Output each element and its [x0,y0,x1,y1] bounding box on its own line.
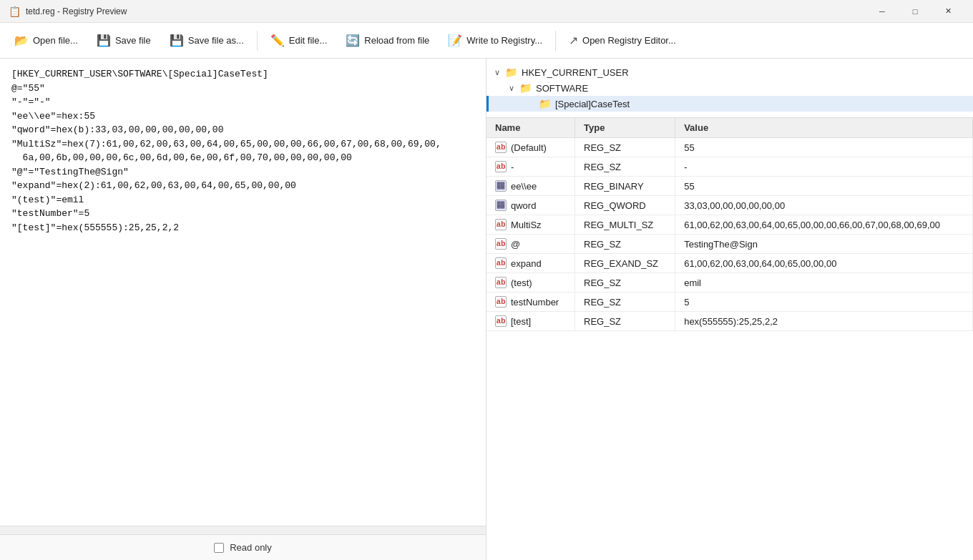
toolbar: 📂 Open file... 💾 Save file 💾 Save file a… [0,23,973,59]
table-row[interactable]: ab-REG_SZ- [486,157,973,177]
titlebar: 📋 tetd.reg - Registry Preview ─ □ ✕ [0,0,973,23]
table-row[interactable]: ab[test]REG_SZhex(555555):25,25,2,2 [486,312,973,331]
open-file-button[interactable]: 📂 Open file... [6,29,87,51]
table-cell-type: REG_MULTI_SZ [575,215,675,235]
chevron-icon-software: ∨ [507,84,517,93]
table-cell-name: abtestNumber [486,293,575,312]
table-cell-type: REG_SZ [575,293,675,312]
row-name: expand [511,258,542,269]
write-registry-icon: 📝 [448,34,462,47]
table-cell-type: REG_SZ [575,235,675,254]
readonly-checkbox[interactable] [214,543,224,553]
open-file-label: Open file... [33,35,78,46]
table-cell-name: ▓▓qword [486,196,575,215]
tree-label-sct: [Special]CaseTest [555,99,630,109]
table-row[interactable]: abMultiSzREG_MULTI_SZ61,00,62,00,63,00,6… [486,215,973,235]
reg-type-icon: ab [495,277,507,288]
reg-type-icon: ab [495,219,507,230]
table-cell-name: abexpand [486,254,575,273]
toolbar-separator-2 [555,31,556,51]
table-cell-type: REG_SZ [575,157,675,177]
open-editor-icon: ↗ [569,34,578,47]
table-cell-type: REG_SZ [575,312,675,331]
row-name: - [511,162,514,172]
edit-file-label: Edit file... [289,35,327,46]
open-editor-label: Open Registry Editor... [582,35,676,46]
open-registry-editor-button[interactable]: ↗ Open Registry Editor... [560,29,685,51]
tree-item-software[interactable]: ∨ 📁 SOFTWARE [486,80,973,96]
table-cell-name: ab[test] [486,312,575,331]
save-file-label: Save file [115,35,151,46]
app-icon: 📋 [9,6,20,17]
row-name: (test) [511,277,532,288]
reg-type-icon: ab [495,257,507,269]
table-cell-value: 61,00,62,00,63,00,64,00,65,00,00,00,66,0… [675,215,973,235]
reload-icon: 🔄 [346,34,360,47]
table-cell-value: 61,00,62,00,63,00,64,00,65,00,00,00 [675,254,973,273]
table-row[interactable]: abexpandREG_EXAND_SZ61,00,62,00,63,00,64… [486,254,973,273]
save-file-as-icon: 💾 [170,34,184,47]
table-cell-name: ab(Default) [486,138,575,157]
window-title: tetd.reg - Registry Preview [26,6,866,16]
write-to-registry-button[interactable]: 📝 Write to Registry... [439,29,551,51]
folder-icon-sct: 📁 [539,98,551,109]
minimize-button[interactable]: ─ [866,0,899,23]
readonly-label: Read only [230,542,272,553]
horizontal-scrollbar[interactable] [0,526,486,534]
editor-panel: [HKEY_CURRENT_USER\SOFTWARE\[Special]Cas… [0,59,486,560]
registry-table[interactable]: Name Type Value ab(Default)REG_SZ55ab-RE… [486,118,973,560]
main-content: [HKEY_CURRENT_USER\SOFTWARE\[Special]Cas… [0,59,973,560]
save-file-as-button[interactable]: 💾 Save file as... [161,29,253,51]
table-cell-name: ▓▓ee\\ee [486,177,575,196]
edit-file-button[interactable]: ✏️ Edit file... [262,29,336,51]
table-row[interactable]: abtestNumberREG_SZ5 [486,293,973,312]
reload-from-file-button[interactable]: 🔄 Reload from file [337,29,438,51]
right-panel: ∨ 📁 HKEY_CURRENT_USER ∨ 📁 SOFTWARE 📁 [Sp… [486,59,973,560]
reg-type-icon: ab [495,315,507,327]
chevron-icon: ∨ [492,68,502,77]
row-name: (Default) [511,142,547,153]
row-name: qword [511,200,536,211]
save-file-button[interactable]: 💾 Save file [88,29,160,51]
maximize-button[interactable]: □ [899,0,932,23]
table-row[interactable]: ▓▓qwordREG_QWORD33,03,00,00,00,00,00,00 [486,196,973,215]
table-cell-name: ab@ [486,235,575,254]
table-cell-value: 5 [675,293,973,312]
save-file-icon: 💾 [97,34,111,47]
reg-type-icon: ab [495,161,507,172]
table-cell-value: TestingThe@Sign [675,235,973,254]
table-header-row: Name Type Value [486,118,973,138]
table-cell-value: 55 [675,177,973,196]
tree-item-special-case-test[interactable]: 📁 [Special]CaseTest [486,96,973,112]
reload-label: Reload from file [364,35,429,46]
table-cell-type: REG_BINARY [575,177,675,196]
registry-data-table: Name Type Value ab(Default)REG_SZ55ab-RE… [486,118,973,331]
registry-tree: ∨ 📁 HKEY_CURRENT_USER ∨ 📁 SOFTWARE 📁 [Sp… [486,59,973,118]
table-cell-type: REG_EXAND_SZ [575,254,675,273]
table-row[interactable]: ab@REG_SZTestingThe@Sign [486,235,973,254]
chevron-icon-sct [526,99,536,108]
tree-item-hkcu[interactable]: ∨ 📁 HKEY_CURRENT_USER [486,64,973,80]
col-name: Name [486,118,575,138]
edit-file-icon: ✏️ [270,34,285,47]
table-cell-type: REG_SZ [575,138,675,157]
row-name: ee\\ee [511,181,537,192]
table-cell-type: REG_SZ [575,273,675,293]
table-row[interactable]: ▓▓ee\\eeREG_BINARY55 [486,177,973,196]
row-name: testNumber [511,297,559,308]
open-file-icon: 📂 [14,34,29,47]
row-name: @ [511,239,520,250]
table-row[interactable]: ab(test)REG_SZemil [486,273,973,293]
col-type: Type [575,118,675,138]
table-cell-value: 33,03,00,00,00,00,00,00 [675,196,973,215]
table-cell-value: emil [675,273,973,293]
save-file-as-label: Save file as... [188,35,244,46]
col-value: Value [675,118,973,138]
reg-type-icon: ab [495,142,507,153]
close-button[interactable]: ✕ [932,0,964,23]
table-cell-name: abMultiSz [486,215,575,235]
table-row[interactable]: ab(Default)REG_SZ55 [486,138,973,157]
editor-bottom-bar: Read only [0,534,486,560]
editor-area[interactable]: [HKEY_CURRENT_USER\SOFTWARE\[Special]Cas… [0,59,486,526]
reg-type-icon: ab [495,238,507,250]
